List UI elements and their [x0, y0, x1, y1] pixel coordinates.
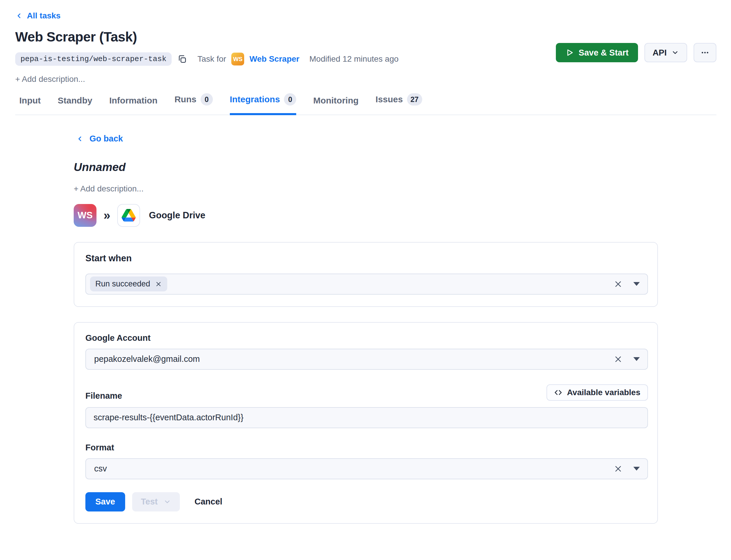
add-description-link[interactable]: + Add description...: [15, 75, 716, 84]
remove-tag-icon[interactable]: [155, 281, 162, 288]
save-button[interactable]: Save: [85, 492, 125, 511]
event-tag: Run succeeded: [90, 276, 167, 291]
available-variables-label: Available variables: [567, 388, 640, 397]
tab-issues[interactable]: Issues27: [376, 93, 422, 115]
start-when-title: Start when: [85, 253, 648, 264]
tab-integrations-badge: 0: [284, 93, 296, 106]
tab-standby[interactable]: Standby: [58, 96, 92, 115]
format-select[interactable]: csv: [85, 458, 648, 479]
test-label: Test: [141, 497, 158, 507]
tab-label: Information: [109, 96, 158, 106]
tab-label: Integrations: [230, 94, 280, 104]
tab-integrations[interactable]: Integrations0: [230, 93, 296, 115]
filename-input[interactable]: [85, 407, 648, 428]
more-options-button[interactable]: [694, 43, 716, 62]
play-icon: [565, 48, 574, 57]
google-account-value: pepakozelvalek@gmail.com: [90, 354, 200, 364]
tab-issues-badge: 27: [407, 93, 422, 106]
code-icon: [554, 388, 562, 397]
page-title: Web Scraper (Task): [15, 29, 716, 45]
clear-selection-icon[interactable]: [614, 280, 622, 288]
all-tasks-label: All tasks: [27, 11, 60, 20]
go-back-link[interactable]: Go back: [76, 134, 123, 144]
format-label: Format: [85, 443, 648, 452]
google-account-select[interactable]: pepakozelvalek@gmail.com: [85, 349, 648, 370]
tab-runs-badge: 0: [200, 93, 213, 106]
actor-link[interactable]: Web Scraper: [249, 54, 299, 64]
task-path-badge: pepa-is-testing/web-scraper-task: [15, 52, 172, 66]
cancel-button[interactable]: Cancel: [194, 497, 222, 507]
tab-label: Input: [19, 96, 41, 106]
save-start-label: Save & Start: [579, 48, 629, 58]
filename-label: Filename: [85, 391, 122, 401]
source-initials: WS: [77, 210, 93, 221]
web-scraper-source-icon: WS: [74, 204, 96, 227]
web-scraper-actor-icon: WS: [231, 53, 244, 65]
tab-label: Issues: [376, 94, 403, 104]
page: All tasks Web Scraper (Task) pepa-is-tes…: [0, 0, 731, 560]
tab-input[interactable]: Input: [19, 96, 41, 115]
all-tasks-link[interactable]: All tasks: [15, 11, 60, 20]
header-actions: Save & Start API: [556, 43, 716, 62]
save-start-button[interactable]: Save & Start: [556, 43, 638, 62]
integration-form-card: Google Account pepakozelvalek@gmail.com …: [74, 322, 658, 524]
dropdown-caret-icon[interactable]: [633, 282, 640, 286]
integration-detail: Go back Unnamed + Add description... WS …: [74, 115, 658, 524]
tab-label: Runs: [174, 94, 196, 104]
dropdown-caret-icon[interactable]: [633, 467, 640, 471]
integration-add-description-link[interactable]: + Add description...: [74, 184, 658, 193]
copy-icon[interactable]: [177, 54, 187, 64]
ellipsis-icon: [701, 48, 709, 57]
form-buttons-row: Save Test Cancel: [85, 492, 648, 511]
tab-information[interactable]: Information: [109, 96, 158, 115]
tab-runs[interactable]: Runs0: [174, 93, 213, 115]
google-account-label: Google Account: [85, 333, 648, 343]
modified-timestamp: Modified 12 minutes ago: [309, 54, 399, 64]
clear-selection-icon[interactable]: [614, 355, 622, 363]
dropdown-caret-icon[interactable]: [633, 357, 640, 361]
task-for-label: Task for: [197, 54, 226, 64]
chevron-left-icon: [15, 12, 23, 20]
test-button[interactable]: Test: [132, 492, 180, 511]
google-drive-icon: [117, 204, 140, 227]
chevron-down-icon: [163, 498, 171, 506]
format-value: csv: [90, 464, 107, 473]
tab-bar: Input Standby Information Runs0 Integrat…: [15, 93, 716, 115]
integration-flow-row: WS » Google Drive: [74, 204, 658, 227]
event-tag-label: Run succeeded: [95, 279, 150, 288]
header: Web Scraper (Task) pepa-is-testing/web-s…: [15, 29, 716, 84]
start-when-select[interactable]: Run succeeded: [85, 274, 648, 295]
clear-selection-icon[interactable]: [614, 465, 622, 473]
api-label: API: [653, 48, 667, 58]
chevron-left-icon: [76, 135, 84, 143]
integration-name: Unnamed: [74, 161, 658, 174]
chevron-down-icon: [671, 49, 679, 56]
tab-monitoring[interactable]: Monitoring: [313, 96, 358, 115]
start-when-card: Start when Run succeeded: [74, 242, 658, 307]
available-variables-button[interactable]: Available variables: [547, 384, 648, 401]
api-button[interactable]: API: [644, 43, 687, 62]
tab-label: Standby: [58, 96, 92, 106]
go-back-label: Go back: [89, 134, 123, 144]
actor-initials: WS: [233, 56, 242, 63]
integration-target-name: Google Drive: [149, 210, 205, 221]
tab-label: Monitoring: [313, 96, 358, 106]
flow-arrow-icon: »: [103, 208, 110, 222]
filename-label-row: Filename Available variables: [85, 384, 648, 401]
